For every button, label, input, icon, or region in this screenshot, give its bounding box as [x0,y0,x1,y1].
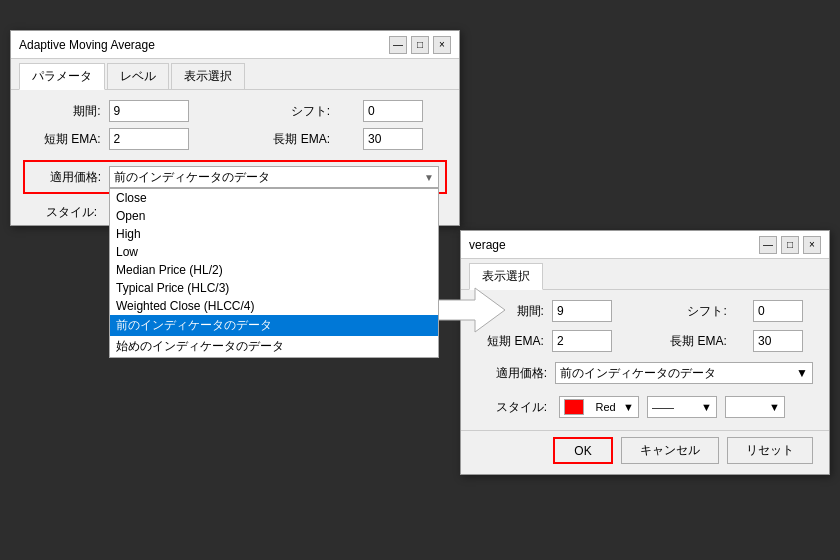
params-grid-1: 期間: シフト: 短期 EMA: 長期 EMA: [11,90,459,160]
tab-level-1[interactable]: レベル [107,63,169,89]
title-bar-buttons-2: — □ × [759,236,821,254]
long-ema-input-1[interactable] [363,128,423,150]
shift-input-2[interactable] [753,300,803,322]
apply-label-1: 適用価格: [31,169,101,186]
short-ema-input-1[interactable] [109,128,189,150]
dropdown-item-weighted[interactable]: Weighted Close (HLCC/4) [110,297,438,315]
dropdown-item-prev[interactable]: 前のインディケータのデータ [110,315,438,336]
arrow-container [430,280,510,343]
dialog1: Adaptive Moving Average — □ × パラメータ レベル … [10,30,460,226]
tab-display-1[interactable]: 表示選択 [171,63,245,89]
apply-select-2[interactable]: 前のインディケータのデータ ▼ [555,362,813,384]
arrow-icon [430,280,510,340]
title-bar-2: verage — □ × [461,231,829,259]
color-arrow-2: ▼ [623,401,634,413]
shift-label-1: シフト: [257,103,331,120]
style-label-2: スタイル: [477,399,547,416]
dialog-buttons-2: OK キャンセル リセット [461,430,829,474]
maximize-button-2[interactable]: □ [781,236,799,254]
period-label-1: 期間: [27,103,101,120]
cancel-button-2[interactable]: キャンセル [621,437,719,464]
minimize-button-2[interactable]: — [759,236,777,254]
reset-button-2[interactable]: リセット [727,437,813,464]
title-bar-1: Adaptive Moving Average — □ × [11,31,459,59]
short-ema-label-1: 短期 EMA: [27,131,101,148]
close-button-2[interactable]: × [803,236,821,254]
dialog2-title: verage [469,238,506,252]
line-style-arrow-2: ▼ [701,401,712,413]
dropdown-item-low[interactable]: Low [110,243,438,261]
short-ema-input-2[interactable] [552,330,612,352]
ok-button-2[interactable]: OK [553,437,613,464]
dropdown-item-first[interactable]: 始めのインディケータのデータ [110,336,438,357]
color-box-2 [564,399,584,415]
dropdown-arrow-1: ▼ [424,172,434,183]
style-label-1: スタイル: [27,204,97,221]
svg-marker-0 [435,288,505,332]
close-button-1[interactable]: × [433,36,451,54]
style-row-2: スタイル: Red ▼ —— ▼ ▼ [461,392,829,422]
line-style-select-2[interactable]: —— ▼ [647,396,717,418]
period-input-1[interactable] [109,100,189,122]
dropdown-item-typical[interactable]: Typical Price (HLC/3) [110,279,438,297]
dialog2: verage — □ × 表示選択 期間: シフト: 短期 EMA: 長期 EM… [460,230,830,475]
line-width-select-2[interactable]: ▼ [725,396,785,418]
dropdown-item-open[interactable]: Open [110,207,438,225]
apply-select-value-2: 前のインディケータのデータ [560,365,716,382]
apply-dropdown-value-1: 前のインディケータのデータ [114,169,270,186]
line-style-value-2: —— [652,401,674,413]
dialog1-title: Adaptive Moving Average [19,38,155,52]
apply-dropdown-menu-1: Close Open High Low Median Price (HL/2) … [109,188,439,358]
dropdown-item-close[interactable]: Close [110,189,438,207]
color-label-2: Red [595,401,615,413]
title-bar-buttons-1: — □ × [389,36,451,54]
apply-label-2: 適用価格: [477,365,547,382]
period-input-2[interactable] [552,300,612,322]
dropdown-item-high[interactable]: High [110,225,438,243]
params-grid-2: 期間: シフト: 短期 EMA: 長期 EMA: [461,290,829,358]
apply-select-arrow-2: ▼ [796,366,808,380]
line-width-arrow-2: ▼ [769,401,780,413]
long-ema-label-2: 長期 EMA: [660,333,727,350]
tab-parameters-1[interactable]: パラメータ [19,63,105,90]
long-ema-input-2[interactable] [753,330,803,352]
dropdown-item-median[interactable]: Median Price (HL/2) [110,261,438,279]
long-ema-label-1: 長期 EMA: [257,131,331,148]
apply-dropdown-display-1[interactable]: 前のインディケータのデータ ▼ [109,166,439,188]
apply-dropdown-1[interactable]: 前のインディケータのデータ ▼ Close Open High Low Medi… [109,166,439,188]
tabs-2: 表示選択 [461,259,829,290]
color-select-2[interactable]: Red ▼ [559,396,639,418]
minimize-button-1[interactable]: — [389,36,407,54]
apply-row-2: 適用価格: 前のインディケータのデータ ▼ [461,358,829,388]
shift-label-2: シフト: [660,303,727,320]
shift-input-1[interactable] [363,100,423,122]
maximize-button-1[interactable]: □ [411,36,429,54]
tabs-1: パラメータ レベル 表示選択 [11,59,459,90]
